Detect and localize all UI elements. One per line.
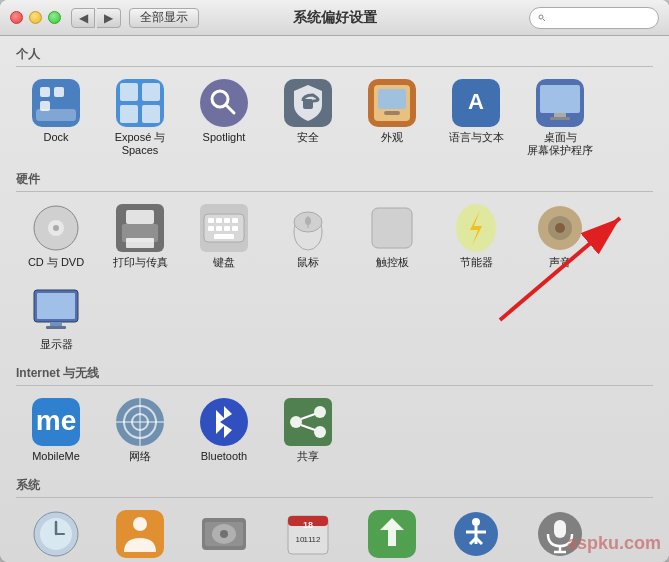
cddvd-label: CD 与 DVD — [28, 256, 84, 269]
item-keyboard[interactable]: 键盘 — [184, 198, 264, 275]
forward-button[interactable]: ▶ — [97, 8, 121, 28]
mobileme-label: MobileMe — [32, 450, 80, 463]
keyboard-icon — [200, 204, 248, 252]
items-grid-personal: DockExposé 与 SpacesSpotlight安全外观A语言与文本桌面… — [16, 73, 653, 163]
svg-rect-37 — [216, 218, 222, 223]
dock-label: Dock — [43, 131, 68, 144]
item-softupdate[interactable]: 软件更新 — [352, 504, 432, 562]
item-desktop[interactable]: 桌面与 屏幕保护程序 — [520, 73, 600, 163]
desktop-label: 桌面与 屏幕保护程序 — [527, 131, 593, 157]
item-speech[interactable]: 语音 — [520, 504, 600, 562]
item-timemachine[interactable]: Time Machine — [16, 504, 96, 562]
svg-point-12 — [200, 79, 248, 127]
item-security[interactable]: 安全 — [268, 73, 348, 163]
svg-rect-31 — [126, 210, 154, 224]
minimize-button[interactable] — [29, 11, 42, 24]
keyboard-label: 键盘 — [213, 256, 235, 269]
startup-icon — [200, 510, 248, 558]
search-box[interactable] — [529, 7, 659, 29]
titlebar: ◀ ▶ 全部显示 系统偏好设置 — [0, 0, 669, 36]
language-icon: A — [452, 79, 500, 127]
item-sound[interactable]: 声音 — [520, 198, 600, 275]
expose-icon — [116, 79, 164, 127]
softupdate-icon — [368, 510, 416, 558]
svg-rect-5 — [54, 87, 64, 97]
svg-rect-8 — [120, 83, 138, 101]
svg-point-48 — [305, 217, 311, 225]
svg-rect-11 — [142, 105, 160, 123]
svg-rect-56 — [37, 293, 75, 319]
svg-rect-4 — [40, 87, 50, 97]
expose-label: Exposé 与 Spaces — [115, 131, 166, 157]
section-label-internet: Internet 与无线 — [16, 365, 653, 386]
svg-rect-57 — [50, 322, 62, 326]
nav-buttons: ◀ ▶ — [71, 8, 121, 28]
sharing-icon — [284, 398, 332, 446]
item-univaccess[interactable]: 万能辅助 — [436, 504, 516, 562]
svg-point-78 — [133, 517, 147, 531]
svg-text:18: 18 — [303, 520, 313, 530]
svg-point-29 — [53, 225, 59, 231]
item-expose[interactable]: Exposé 与 Spaces — [100, 73, 180, 163]
item-print[interactable]: 打印与传真 — [100, 198, 180, 275]
svg-rect-25 — [554, 113, 566, 117]
svg-rect-58 — [46, 326, 66, 329]
language-label: 语言与文本 — [449, 131, 504, 144]
bluetooth-icon — [200, 398, 248, 446]
svg-rect-9 — [142, 83, 160, 101]
item-startup[interactable]: 启动磁盘 — [184, 504, 264, 562]
mouse-icon — [284, 204, 332, 252]
item-display[interactable]: 显示器 — [16, 280, 96, 357]
trackpad-icon — [368, 204, 416, 252]
items-grid-hardware: CD 与 DVD打印与传真键盘鼠标触控板节能器声音显示器 — [16, 198, 653, 356]
search-icon — [538, 12, 546, 24]
close-button[interactable] — [10, 11, 23, 24]
items-grid-internet: meMobileMe网络Bluetooth共享 — [16, 392, 653, 469]
security-label: 安全 — [297, 131, 319, 144]
svg-rect-39 — [232, 218, 238, 223]
search-input[interactable] — [550, 11, 650, 25]
item-datetime[interactable]: 18101112日期与时间 — [268, 504, 348, 562]
item-sharing[interactable]: 共享 — [268, 392, 348, 469]
section-label-personal: 个人 — [16, 46, 653, 67]
maximize-button[interactable] — [48, 11, 61, 24]
network-label: 网络 — [129, 450, 151, 463]
display-label: 显示器 — [40, 338, 73, 351]
svg-rect-40 — [208, 226, 214, 231]
svg-rect-97 — [554, 520, 566, 538]
show-all-button[interactable]: 全部显示 — [129, 8, 199, 28]
trackpad-label: 触控板 — [376, 256, 409, 269]
svg-text:12: 12 — [312, 535, 321, 544]
svg-point-69 — [314, 406, 326, 418]
item-cddvd[interactable]: CD 与 DVD — [16, 198, 96, 275]
network-icon — [116, 398, 164, 446]
item-trackpad[interactable]: 触控板 — [352, 198, 432, 275]
item-parental[interactable]: 家长控制 — [100, 504, 180, 562]
bluetooth-label: Bluetooth — [201, 450, 247, 463]
datetime-icon: 18101112 — [284, 510, 332, 558]
svg-rect-49 — [372, 208, 412, 248]
item-spotlight[interactable]: Spotlight — [184, 73, 264, 163]
section-internet: Internet 与无线meMobileMe网络Bluetooth共享 — [16, 365, 653, 469]
item-dock[interactable]: Dock — [16, 73, 96, 163]
svg-rect-41 — [216, 226, 222, 231]
svg-rect-26 — [550, 117, 570, 120]
timemachine-icon — [32, 510, 80, 558]
item-energy[interactable]: 节能器 — [436, 198, 516, 275]
item-appearance[interactable]: 外观 — [352, 73, 432, 163]
desktop-icon — [536, 79, 584, 127]
item-mouse[interactable]: 鼠标 — [268, 198, 348, 275]
item-mobileme[interactable]: meMobileMe — [16, 392, 96, 469]
item-bluetooth[interactable]: Bluetooth — [184, 392, 264, 469]
appearance-label: 外观 — [381, 131, 403, 144]
dock-icon — [32, 79, 80, 127]
item-language[interactable]: A语言与文本 — [436, 73, 516, 163]
back-button[interactable]: ◀ — [71, 8, 95, 28]
speech-icon — [536, 510, 584, 558]
section-system: 系统Time Machine家长控制启动磁盘18101112日期与时间软件更新万… — [16, 477, 653, 562]
sharing-label: 共享 — [297, 450, 319, 463]
univaccess-icon — [452, 510, 500, 558]
main-window: ◀ ▶ 全部显示 系统偏好设置 个人DockExposé 与 SpacesSpo… — [0, 0, 669, 562]
item-network[interactable]: 网络 — [100, 392, 180, 469]
energy-label: 节能器 — [460, 256, 493, 269]
